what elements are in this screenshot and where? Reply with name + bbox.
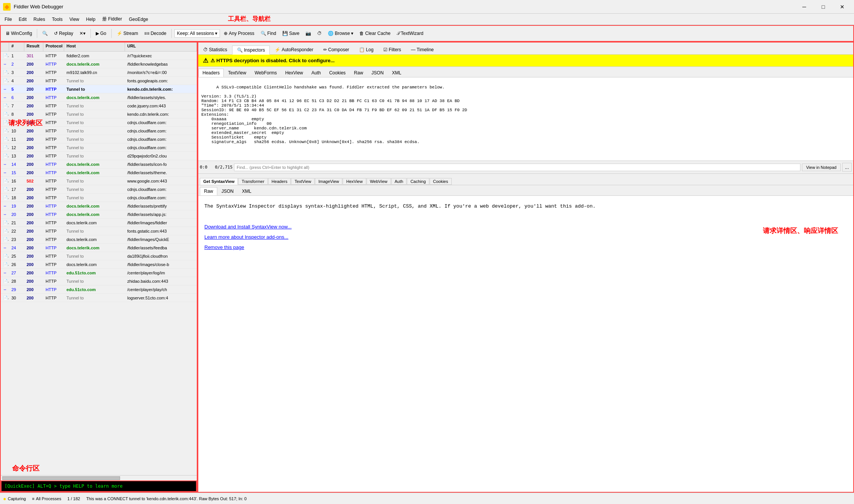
tab-timeline[interactable]: — Timeline bbox=[406, 45, 439, 54]
inspector-tab-auth[interactable]: Auth bbox=[307, 69, 325, 77]
timer-button[interactable]: ⏱ bbox=[315, 30, 324, 37]
x-button[interactable]: ✕▾ bbox=[77, 30, 88, 37]
row-result: 200 bbox=[24, 236, 43, 243]
tab-inspectors[interactable]: 🔍 Inspectors bbox=[232, 46, 270, 55]
table-row[interactable]: ↔ 24 200 HTTP docs.telerik.com /fiddler/… bbox=[1, 244, 197, 252]
menu-tools[interactable]: Tools bbox=[49, 16, 66, 23]
learn-link[interactable]: Learn more about Inspector add-ons... bbox=[204, 234, 288, 240]
table-row[interactable]: ↔ 15 200 HTTP docs.telerik.com /fiddler/… bbox=[1, 169, 197, 177]
table-row[interactable]: 📄 28 200 HTTP Tunnel to zhidao.baidu.com… bbox=[1, 277, 197, 285]
find-more-button[interactable]: ... bbox=[842, 163, 852, 172]
command-bar[interactable]: [QuickExec] ALT+Q > type HELP to learn m… bbox=[1, 480, 197, 492]
menu-help[interactable]: Help bbox=[83, 16, 99, 23]
replay-button[interactable]: ↺ Replay bbox=[52, 30, 75, 37]
resp-tab-hexview[interactable]: HexView bbox=[343, 178, 366, 185]
table-row[interactable]: 📄 10 200 HTTP Tunnel to cdnjs.cloudflare… bbox=[1, 127, 197, 135]
table-row[interactable]: 📄 12 200 HTTP Tunnel to cdnjs.cloudflare… bbox=[1, 143, 197, 152]
resp-tab-syntaxview[interactable]: Get SyntaxView bbox=[200, 178, 238, 185]
inspector-tab-textview[interactable]: TextView bbox=[224, 69, 250, 77]
resp-tab-webview[interactable]: WebView bbox=[367, 178, 391, 185]
resp-tab-cookies[interactable]: Cookies bbox=[430, 178, 452, 185]
tab-log[interactable]: 📋 Log bbox=[354, 45, 378, 54]
find-button[interactable]: 🔍 Find bbox=[258, 30, 278, 37]
search-button[interactable]: 🔍 bbox=[40, 30, 50, 37]
table-row[interactable]: 📄 16 502 HTTP Tunnel to www.google.com:4… bbox=[1, 177, 197, 185]
row-result: 200 bbox=[24, 195, 43, 201]
table-row[interactable]: 📄 17 200 HTTP Tunnel to cdnjs.cloudflare… bbox=[1, 185, 197, 194]
menu-edit[interactable]: Edit bbox=[16, 16, 30, 23]
table-row[interactable]: ↔ 27 200 HTTP edu.51cto.com /center/play… bbox=[1, 269, 197, 277]
tab-filters[interactable]: ☑ Filters bbox=[378, 45, 406, 54]
table-row[interactable]: 📄 25 200 HTTP Tunnel to da189i1jfloii.cl… bbox=[1, 252, 197, 260]
table-row[interactable]: 📄 4 200 HTTP Tunnel to fonts.googleapis.… bbox=[1, 77, 197, 85]
resp-sub-tab-json[interactable]: JSON bbox=[217, 187, 238, 195]
menu-rules[interactable]: Rules bbox=[30, 16, 48, 23]
minimize-button[interactable]: ─ bbox=[795, 2, 813, 12]
table-row[interactable]: ↔ 6 200 HTTP docs.telerik.com /fiddler/a… bbox=[1, 93, 197, 102]
tab-composer[interactable]: ✏ Composer bbox=[318, 45, 354, 54]
inspector-tab-hexview[interactable]: HexView bbox=[281, 69, 307, 77]
menu-file[interactable]: File bbox=[2, 16, 15, 23]
inspector-tab-raw[interactable]: Raw bbox=[350, 69, 367, 77]
table-row[interactable]: 📄 3 200 HTTP m9102.talk99.cn /monitor/s?… bbox=[1, 68, 197, 77]
inspector-tab-webforms[interactable]: WebForms bbox=[250, 69, 281, 77]
winconfig-button[interactable]: 🖥 WinConfig bbox=[3, 30, 34, 37]
table-row[interactable]: 📄 11 200 HTTP Tunnel to cdnjs.cloudflare… bbox=[1, 135, 197, 143]
table-row[interactable]: ↔ 2 200 HTTP docs.telerik.com /fiddler/k… bbox=[1, 60, 197, 68]
textwizard-button[interactable]: 𝒯 TextWizard bbox=[394, 30, 425, 37]
resp-tab-transformer[interactable]: Transformer bbox=[238, 178, 268, 185]
table-row[interactable]: 📄 22 200 HTTP Tunnel to fonts.gstatic.co… bbox=[1, 227, 197, 235]
save-button[interactable]: 💾 Save bbox=[280, 30, 302, 37]
resp-tab-caching[interactable]: Caching bbox=[407, 178, 429, 185]
browse-button[interactable]: 🌐 Browse ▾ bbox=[326, 30, 356, 37]
view-notepad-button[interactable]: View in Notepad bbox=[802, 164, 841, 171]
table-row[interactable]: ↔ 29 200 HTTP edu.51cto.com /center/play… bbox=[1, 285, 197, 294]
inspector-tab-cookies[interactable]: Cookies bbox=[325, 69, 350, 77]
keep-sessions-dropdown[interactable]: Keep: All sessions ▾ bbox=[174, 29, 220, 38]
screenshot-button[interactable]: 📷 bbox=[303, 30, 313, 37]
resp-tab-imageview[interactable]: ImageView bbox=[315, 178, 342, 185]
table-row[interactable]: ↔ 14 200 HTTP docs.telerik.com /fiddler/… bbox=[1, 160, 197, 169]
close-button[interactable]: ✕ bbox=[833, 2, 851, 12]
clear-cache-button[interactable]: 🗑 Clear Cache bbox=[357, 30, 393, 37]
menu-view[interactable]: View bbox=[66, 16, 82, 23]
row-host: docs.telerik.com bbox=[64, 261, 125, 268]
maximize-button[interactable]: □ bbox=[814, 2, 832, 12]
table-row[interactable]: ↔ 20 200 HTTP docs.telerik.com /fiddler/… bbox=[1, 210, 197, 219]
go-button[interactable]: ▶ Go bbox=[93, 30, 109, 37]
stream-button[interactable]: ⚡ Stream bbox=[114, 30, 141, 37]
table-row[interactable]: 📄 13 200 HTTP Tunnel to d29pqwjodcr0n2.c… bbox=[1, 152, 197, 160]
https-warning[interactable]: ⚠ ⚠ HTTPS decryption is disabled. Click … bbox=[198, 55, 853, 67]
resp-tab-headers[interactable]: Headers bbox=[268, 178, 291, 185]
table-row[interactable]: 📄 9 200 HTTP Tunnel to cdnjs.cloudflare.… bbox=[1, 118, 197, 127]
resp-tab-textview[interactable]: TextView bbox=[291, 178, 315, 185]
decode-button[interactable]: ≡≡ Decode bbox=[142, 30, 168, 37]
download-link[interactable]: Download and Install SyntaxView now... bbox=[204, 224, 292, 230]
table-row[interactable]: ↔ 19 200 HTTP docs.telerik.com /fiddler/… bbox=[1, 202, 197, 210]
table-row[interactable]: 📄 7 200 HTTP Tunnel to code.jquery.com:4… bbox=[1, 102, 197, 110]
resp-tab-auth[interactable]: Auth bbox=[391, 178, 407, 185]
row-url: /fiddler/images/fiddler bbox=[125, 220, 197, 226]
resp-sub-tab-raw[interactable]: Raw bbox=[200, 187, 217, 195]
menu-geoedge[interactable]: GeoEdge bbox=[126, 16, 151, 23]
table-row[interactable]: 📄 23 200 HTTP docs.telerik.com /fiddler/… bbox=[1, 235, 197, 244]
resp-sub-tab-xml[interactable]: XML bbox=[238, 187, 256, 195]
table-row[interactable]: 📄 30 200 HTTP Tunnel to logserver.51cto.… bbox=[1, 294, 197, 302]
inspector-tab-xml[interactable]: XML bbox=[388, 69, 406, 77]
table-row[interactable]: ↔ 5 200 HTTP Tunnel to kendo.cdn.telerik… bbox=[1, 85, 197, 93]
table-row[interactable]: 📄 8 200 HTTP Tunnel to kendo.cdn.telerik… bbox=[1, 110, 197, 118]
inspector-tab-headers[interactable]: Headers bbox=[198, 69, 224, 77]
find-input[interactable] bbox=[234, 164, 800, 171]
table-row[interactable]: 📄 18 200 HTTP Tunnel to cdnjs.cloudflare… bbox=[1, 194, 197, 202]
inspector-tab-json[interactable]: JSON bbox=[367, 69, 388, 77]
menu-fiddler[interactable]: 册 Fiddler bbox=[99, 15, 125, 24]
table-row[interactable]: 📄 1 301 HTTP fiddler2.com /r/?quickexec bbox=[1, 52, 197, 60]
tab-autoresponder[interactable]: ⚡ AutoResponder bbox=[270, 45, 318, 54]
remove-link[interactable]: Remove this page bbox=[204, 244, 244, 250]
any-process-button[interactable]: ⊕ Any Process bbox=[221, 30, 256, 37]
list-hscroll[interactable] bbox=[1, 475, 197, 480]
table-row[interactable]: 📄 21 200 HTTP docs.telerik.com /fiddler/… bbox=[1, 219, 197, 227]
tab-statistics[interactable]: ⏱ Statistics bbox=[198, 45, 232, 54]
table-row[interactable]: 📄 26 200 HTTP docs.telerik.com /fiddler/… bbox=[1, 260, 197, 269]
request-list-scroll[interactable]: 📄 1 301 HTTP fiddler2.com /r/?quickexec … bbox=[1, 52, 197, 475]
